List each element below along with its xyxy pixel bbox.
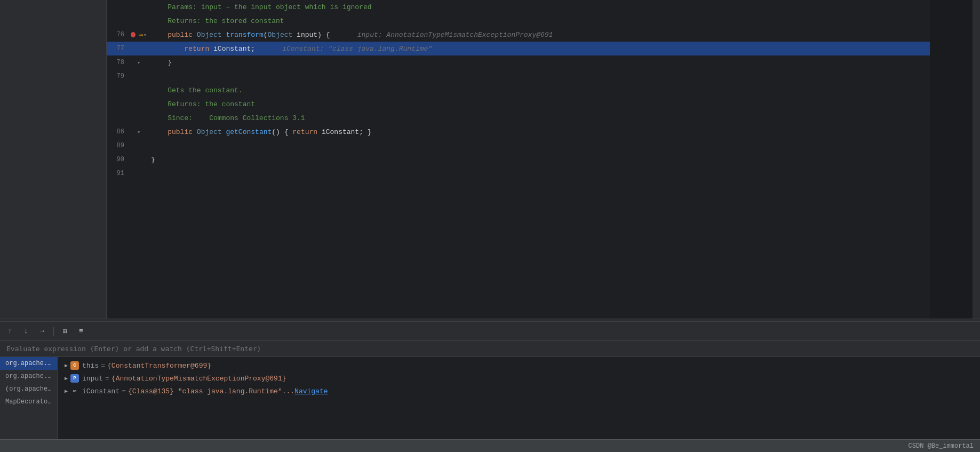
step-out-button[interactable]: ↑ — [4, 326, 16, 337]
debug-sidebar-item[interactable]: org.apache.com — [0, 357, 57, 370]
code-line: Returns: the constant — [107, 97, 930, 111]
line-gutter: ⇒▾ — [131, 30, 147, 39]
code-content: } — [147, 156, 930, 164]
code-line: 91 — [107, 166, 930, 180]
code-token — [193, 128, 197, 136]
code-token: () { — [272, 128, 292, 136]
code-content: Since: Commons Collections 3.1 — [147, 114, 930, 122]
code-content: return iConstant; iConstant: "class java… — [147, 45, 930, 53]
variable-equals: = — [122, 387, 126, 395]
line-number: 90 — [107, 156, 131, 163]
variable-expand-icon[interactable]: ▶ — [62, 361, 70, 370]
variable-value: {AnnotationTypeMismatchExceptionProxy@69… — [111, 375, 286, 383]
variable-value: {Class@135} "class java.lang.Runtime"... — [128, 387, 294, 395]
code-line: 77 return iConstant; iConstant: "class j… — [107, 42, 930, 55]
code-token: transform — [226, 31, 263, 39]
variable-type-icon: C — [70, 361, 79, 370]
status-text: CSDN @Be_immortal — [909, 442, 974, 450]
code-line: 89 — [107, 139, 930, 153]
variable-equals: = — [105, 375, 109, 383]
code-token: input — [201, 3, 222, 11]
variable-row[interactable]: ▶∞iConstant = {Class@135} "class java.la… — [58, 385, 980, 398]
variable-row[interactable]: ▶Pinput = {AnnotationTypeMismatchExcepti… — [58, 372, 980, 385]
line-number: 89 — [107, 142, 131, 149]
code-content: Returns: the constant — [147, 100, 930, 108]
step-into-button[interactable]: ↓ — [20, 326, 32, 337]
variable-navigate-link[interactable]: Navigate — [294, 387, 328, 395]
code-token: Params: — [151, 3, 201, 11]
left-gutter — [0, 0, 107, 319]
line-number: 76 — [107, 31, 131, 38]
code-token — [151, 128, 168, 136]
code-token: – the input object which is ignored — [222, 3, 372, 11]
code-token: iConstant; — [209, 45, 255, 53]
code-line: 90} — [107, 153, 930, 166]
variable-value: {ConstantTransformer@699} — [107, 362, 211, 370]
status-bar: CSDN @Be_immortal — [0, 439, 980, 452]
variable-expand-icon[interactable]: ▶ — [62, 374, 70, 383]
debug-sidebar-item[interactable]: (org.apache.c — [0, 383, 57, 395]
code-token: public — [168, 31, 193, 39]
code-token — [193, 31, 197, 39]
debug-sidebar-item[interactable]: org.apache.com — [0, 370, 57, 383]
code-token: input: AnnotationTypeMismatchExceptionPr… — [341, 31, 553, 39]
variables-button[interactable]: ≡ — [75, 326, 87, 337]
line-number: 91 — [107, 170, 131, 177]
code-line: Returns: the stored constant — [107, 14, 930, 28]
code-token: getConstant — [226, 128, 272, 136]
code-line: 76⇒▾ public Object transform(Object inpu… — [107, 28, 930, 42]
code-line: 78▾ } — [107, 55, 930, 69]
toolbar-divider — [53, 327, 54, 336]
line-number: 86 — [107, 128, 131, 136]
variable-type-icon: P — [70, 374, 79, 383]
code-panel: Params: input – the input object which i… — [107, 0, 930, 319]
code-token: return — [292, 128, 317, 136]
fold-icon[interactable]: ▾ — [137, 129, 141, 136]
code-token: return — [184, 45, 209, 53]
code-token: public — [168, 128, 193, 136]
breakpoint-icon — [131, 32, 136, 37]
variable-name: iConstant — [82, 387, 119, 395]
code-token: Returns: the constant — [151, 100, 255, 108]
code-token: iConstant: "class java.lang.Runtime" — [266, 45, 432, 53]
vertical-scrollbar[interactable] — [973, 0, 980, 319]
line-number: 79 — [107, 73, 131, 80]
debug-sidebar-item[interactable]: MapDecorator$ — [0, 395, 57, 408]
code-token: input) { — [292, 31, 330, 39]
debug-panel: ↑ ↓ → ⊞ ≡ org.apache.comorg.apache.com(o… — [0, 322, 980, 439]
code-line: Gets the constant. — [107, 83, 930, 97]
code-token: Gets the constant. — [151, 86, 243, 94]
debug-toolbar: ↑ ↓ → ⊞ ≡ — [0, 322, 980, 341]
code-token: } — [151, 156, 155, 164]
code-token: Object — [268, 31, 293, 39]
code-token: Object — [197, 128, 222, 136]
variables-panel: org.apache.comorg.apache.com(org.apache.… — [0, 357, 980, 439]
variable-expand-icon[interactable]: ▶ — [62, 387, 70, 395]
code-line: 86▾ public Object getConstant() { return… — [107, 125, 930, 139]
code-content: } — [147, 59, 930, 67]
code-content: public Object transform(Object input) { … — [147, 31, 930, 39]
variable-type-icon: ∞ — [70, 387, 79, 395]
code-token: Object — [197, 31, 222, 39]
variable-row[interactable]: ▶Cthis = {ConstantTransformer@699} — [58, 359, 980, 372]
code-line: Since: Commons Collections 3.1 — [107, 111, 930, 125]
eval-input[interactable] — [6, 345, 974, 353]
step-over-button[interactable]: → — [36, 326, 48, 337]
variable-name: input — [82, 375, 103, 383]
code-content: Gets the constant. — [147, 86, 930, 94]
variable-equals: = — [101, 362, 105, 370]
frames-button[interactable]: ⊞ — [59, 326, 71, 337]
fold-icon[interactable]: ▾ — [143, 31, 147, 38]
editor-area: Params: input – the input object which i… — [0, 0, 980, 319]
code-token: Since: Commons Collections 3.1 — [151, 114, 305, 122]
code-content: public Object getConstant() { return iCo… — [147, 128, 930, 136]
fold-icon[interactable]: ▾ — [137, 59, 141, 66]
code-token — [151, 31, 168, 39]
code-token: iConstant; } — [317, 128, 371, 136]
code-token: Returns: the stored constant — [151, 17, 284, 25]
minimap — [930, 0, 973, 319]
eval-bar — [0, 341, 980, 357]
debug-left-sidebar: org.apache.comorg.apache.com(org.apache.… — [0, 357, 58, 439]
code-token: } — [151, 59, 172, 67]
code-content: Params: input – the input object which i… — [147, 3, 930, 11]
